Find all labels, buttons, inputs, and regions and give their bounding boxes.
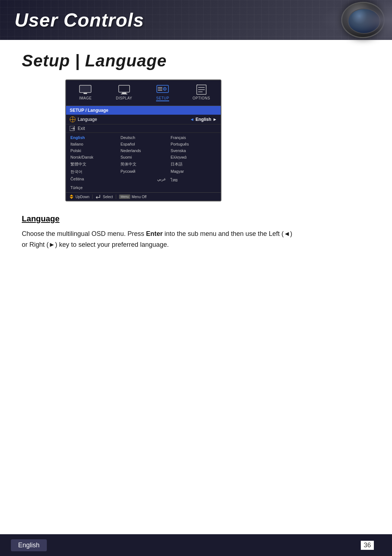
updown-label: UpDown	[75, 195, 89, 199]
lang-japanese[interactable]: 日本語	[168, 160, 219, 168]
status-divider-1	[92, 195, 93, 199]
svg-rect-4	[121, 94, 127, 94]
lang-greek[interactable]: Ελληνικά	[168, 154, 219, 160]
lang-turkish[interactable]: Türkçe	[68, 184, 118, 191]
page-title: User Controls	[15, 9, 144, 31]
svg-marker-18	[70, 197, 73, 199]
lang-polski[interactable]: Polski	[68, 147, 118, 154]
status-bar: UpDown Select Menu Menu Off	[66, 192, 221, 201]
updown-status: UpDown	[69, 194, 89, 199]
page-number: 36	[361, 541, 374, 550]
svg-rect-2	[119, 85, 130, 92]
desc-enter-keyword: Enter	[146, 230, 163, 237]
lens-decoration	[341, 2, 385, 38]
lang-empty-2	[168, 184, 219, 191]
language-row-label: Language	[78, 117, 190, 122]
status-divider-2	[116, 195, 116, 199]
display-tab-label: DISPLAY	[116, 96, 132, 100]
lang-korean[interactable]: 한국어	[68, 168, 118, 176]
exit-icon	[70, 126, 75, 131]
options-icon	[195, 85, 208, 95]
enter-icon	[95, 195, 101, 199]
lang-empty-1	[118, 184, 168, 191]
lang-trad-chinese[interactable]: 繁體中文	[68, 160, 118, 168]
osd-menu: IMAGE DISPLAY	[65, 79, 221, 201]
language-row[interactable]: Language ◄ English ►	[66, 115, 221, 124]
lang-svenska[interactable]: Svenska	[168, 147, 219, 154]
select-label: Select	[103, 195, 113, 199]
menu-badge: Menu	[119, 195, 130, 199]
lang-espanol[interactable]: Español	[118, 141, 168, 147]
footer-language-badge: English	[11, 539, 47, 551]
desc-before-enter: Choose the multilingual OSD menu. Press	[22, 230, 146, 237]
lang-portugues[interactable]: Português	[168, 141, 219, 147]
main-content: Setup | Language IMAGE	[0, 40, 392, 265]
menu-tab-image[interactable]: IMAGE	[66, 83, 105, 103]
menu-tab-options[interactable]: OPTIONS	[182, 83, 221, 103]
description-heading: Language	[22, 214, 370, 224]
selected-language: English	[196, 117, 211, 122]
lang-arabic[interactable]: عربي	[118, 176, 168, 184]
lang-thai[interactable]: ไทย	[168, 176, 219, 184]
lang-russian[interactable]: Русский	[118, 168, 168, 176]
menu-tab-setup[interactable]: SETUP	[143, 83, 182, 103]
svg-marker-17	[70, 195, 73, 196]
lang-italiano[interactable]: Italiano	[68, 141, 118, 147]
menu-tab-display[interactable]: DISPLAY	[105, 83, 144, 103]
lang-norsk[interactable]: Norsk/Dansk	[68, 154, 118, 160]
desc-after-enter: into the sub menu and then use the Left …	[163, 230, 283, 237]
lang-simp-chinese[interactable]: 简体中文	[118, 160, 168, 168]
description-section: Language Choose the multilingual OSD men…	[22, 214, 370, 250]
menu-tabs-row: IMAGE DISPLAY	[66, 80, 221, 106]
svg-point-7	[164, 89, 166, 90]
image-tab-label: IMAGE	[79, 96, 92, 100]
page-header: User Controls	[0, 0, 392, 40]
exit-label: Exit	[78, 126, 85, 131]
language-grid: English Deutsch Français Italiano Españo…	[66, 133, 221, 192]
description-text: Choose the multilingual OSD menu. Press …	[22, 229, 298, 250]
desc-left-arrow: ◄	[283, 230, 290, 237]
globe-icon	[70, 116, 75, 122]
section-title: Setup | Language	[22, 51, 370, 70]
options-tab-label: OPTIONS	[192, 96, 210, 100]
lang-suomi[interactable]: Suomi	[118, 154, 168, 160]
image-icon	[79, 85, 92, 95]
setup-tab-label: SETUP	[156, 96, 169, 101]
page-footer: English 36	[0, 534, 392, 556]
setup-icon	[156, 85, 169, 95]
lang-magyar[interactable]: Magyar	[168, 168, 219, 176]
desc-after-right: ) key to select your preferred language.	[55, 241, 169, 248]
exit-row[interactable]: Exit	[66, 124, 221, 133]
menu-off-label: Menu Off	[132, 195, 147, 199]
left-arrow-icon: ◄	[190, 117, 194, 122]
lang-english[interactable]: English	[68, 134, 118, 141]
select-status: Select	[95, 195, 113, 199]
right-arrow-icon: ►	[213, 117, 217, 122]
svg-rect-3	[122, 93, 126, 94]
display-icon	[118, 85, 131, 95]
lang-czech[interactable]: Čeština	[68, 176, 118, 184]
svg-rect-1	[83, 93, 87, 94]
lang-deutsch[interactable]: Deutsch	[118, 134, 168, 141]
updown-icon	[69, 194, 74, 199]
desc-right-arrow: ►	[49, 241, 55, 248]
lang-francais[interactable]: Français	[168, 134, 219, 141]
lang-nederlands[interactable]: Nederlands	[118, 147, 168, 154]
svg-rect-0	[79, 85, 91, 93]
menu-header: SETUP / Language	[66, 106, 221, 115]
menu-off-status: Menu Menu Off	[119, 195, 146, 199]
